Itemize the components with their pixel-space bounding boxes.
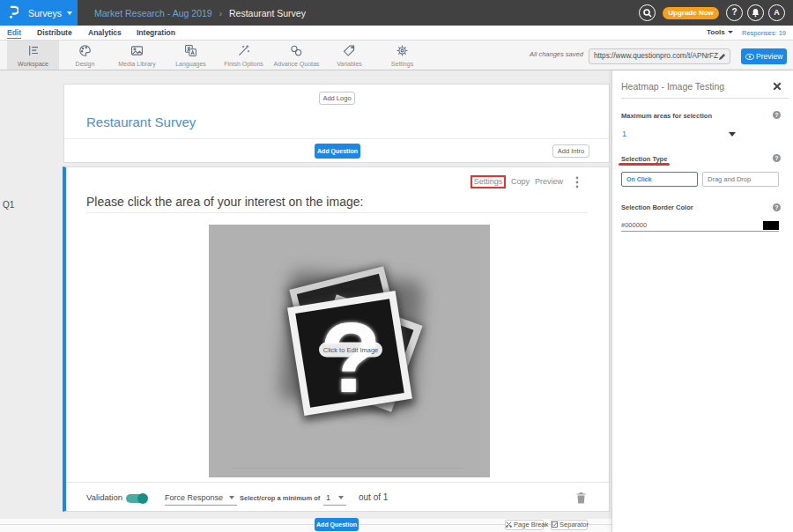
svg-text:Click to Edit Image: Click to Edit Image bbox=[323, 346, 379, 354]
